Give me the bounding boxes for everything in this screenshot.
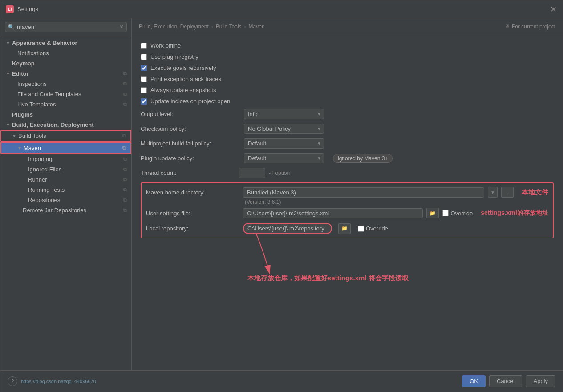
update-indices-label: Update indices on project open	[150, 98, 230, 105]
copy-icon: ⧉	[123, 187, 127, 193]
search-box: 🔍 ✕	[0, 18, 131, 36]
sidebar-item-importing[interactable]: Importing ⧉	[0, 154, 131, 164]
local-repo-browse-button[interactable]: 📁	[338, 223, 351, 234]
title-bar: IJ Settings ✕	[0, 0, 563, 18]
checksum-policy-select[interactable]: No Global Policy Warn Fail Ignore	[244, 124, 324, 134]
multiproject-fail-row: Multiproject build fail policy: Default …	[141, 138, 554, 149]
sidebar-item-build-tools[interactable]: ▼ Build Tools ⧉	[0, 130, 131, 142]
sidebar-item-label: Importing	[28, 156, 52, 162]
url-label: https://blog.csdn.net/qq_44096670	[21, 379, 96, 384]
sidebar-item-appearance[interactable]: ▼ Appearance & Behavior	[0, 38, 131, 48]
maven-home-section: Maven home directory: ▼ … 本地文件 (Version:…	[146, 187, 548, 205]
breadcrumb-part-1: Build, Execution, Deployment	[139, 24, 209, 30]
copy-icon: ⧉	[123, 101, 127, 107]
execute-goals-recursively-checkbox[interactable]	[141, 65, 147, 71]
user-settings-override-label: Override	[450, 210, 473, 217]
checksum-policy-select-wrap: No Global Policy Warn Fail Ignore ▼	[244, 124, 324, 134]
sidebar-item-label: Editor	[12, 70, 29, 77]
thread-count-input[interactable]	[239, 168, 265, 178]
settings-form: Work offline Use plugin registry Execute…	[132, 35, 563, 370]
app-icon: IJ	[6, 5, 14, 13]
arrow-svg	[230, 230, 319, 283]
project-label: 🖥 For current project	[505, 24, 555, 30]
execute-goals-recursively-label: Execute goals recursively	[150, 65, 216, 71]
sidebar-item-notifications[interactable]: Notifications	[0, 48, 131, 58]
maven-home-input[interactable]	[243, 187, 484, 198]
sidebar-item-live-templates[interactable]: Live Templates ⧉	[0, 99, 131, 109]
output-level-select[interactable]: Info Debug Quiet	[244, 109, 324, 119]
sidebar: 🔍 ✕ ▼ Appearance & Behavior Notification…	[0, 18, 132, 370]
sidebar-item-label: Repositories	[28, 197, 60, 203]
sidebar-item-label: Running Tests	[28, 186, 65, 193]
multiproject-fail-select[interactable]: Default Fail at end Never fail	[244, 138, 324, 149]
local-repo-override-label: Override	[366, 225, 388, 232]
project-icon: 🖥	[505, 24, 510, 30]
sidebar-item-remote-jar-repos[interactable]: Remote Jar Repositories ⧉	[0, 205, 131, 215]
plugin-update-policy-label: Plugin update policy:	[141, 155, 239, 162]
help-button[interactable]: ?	[8, 376, 17, 386]
annotation-area: 本地存放仓库，如果配置好settings.xml 将会字段读取	[141, 243, 554, 318]
sidebar-item-ignored-files[interactable]: Ignored Files ⧉	[0, 164, 131, 174]
sidebar-item-build-exec-deploy[interactable]: ▼ Build, Execution, Deployment	[0, 120, 131, 130]
always-update-snapshots-row: Always update snapshots	[141, 87, 554, 93]
copy-icon: ⧉	[123, 166, 127, 172]
sidebar-item-label: Live Templates	[17, 101, 56, 108]
apply-button[interactable]: Apply	[526, 375, 555, 387]
checksum-policy-row: Checksum policy: No Global Policy Warn F…	[141, 124, 554, 134]
thread-count-label: Thread count:	[141, 170, 239, 176]
user-settings-annotation: settings.xml的存放地址	[481, 209, 548, 217]
arrow-icon: ▼	[6, 40, 10, 45]
execute-goals-recursively-row: Execute goals recursively	[141, 65, 554, 71]
local-repo-override-checkbox[interactable]	[358, 226, 364, 232]
sidebar-item-repositories[interactable]: Repositories ⧉	[0, 195, 131, 205]
always-update-snapshots-checkbox[interactable]	[141, 87, 147, 93]
maven-home-browse-button[interactable]: …	[501, 187, 514, 198]
user-settings-row: User settings file: 📁 Override settings.…	[146, 208, 548, 218]
sidebar-item-label: Build, Execution, Deployment	[12, 121, 93, 128]
sidebar-tree: ▼ Appearance & Behavior Notifications Ke…	[0, 36, 131, 370]
search-input[interactable]	[17, 24, 119, 30]
sidebar-item-label: Ignored Files	[28, 166, 61, 173]
clear-icon[interactable]: ✕	[119, 24, 124, 30]
sidebar-item-label: Build Tools	[18, 133, 46, 139]
update-indices-checkbox[interactable]	[141, 98, 147, 105]
sidebar-item-runner[interactable]: Runner ⧉	[0, 174, 131, 185]
sidebar-item-label: Runner	[28, 176, 47, 183]
user-settings-browse-button[interactable]: 📁	[426, 208, 439, 218]
cancel-button[interactable]: Cancel	[489, 375, 522, 387]
sidebar-item-label: Inspections	[17, 81, 47, 87]
output-level-label: Output level:	[141, 111, 239, 117]
breadcrumb: Build, Execution, Deployment › Build Too…	[132, 18, 563, 35]
use-plugin-registry-checkbox[interactable]	[141, 54, 147, 60]
work-offline-row: Work offline	[141, 42, 554, 49]
local-repo-row: Local repository: 📁 Override	[146, 223, 548, 234]
output-level-select-wrap: Info Debug Quiet ▼	[244, 109, 324, 119]
sidebar-item-running-tests[interactable]: Running Tests ⧉	[0, 185, 131, 195]
sidebar-item-inspections[interactable]: Inspections ⧉	[0, 79, 131, 89]
maven-home-annotation: 本地文件	[522, 188, 548, 197]
use-plugin-registry-label: Use plugin registry	[150, 53, 198, 60]
local-repo-label: Local repository:	[146, 225, 239, 232]
output-level-row: Output level: Info Debug Quiet ▼	[141, 109, 554, 119]
plugin-update-policy-select[interactable]: Default Never Always	[244, 153, 324, 163]
maven-home-dropdown[interactable]: ▼	[488, 187, 498, 198]
thread-count-suffix: -T option	[269, 170, 290, 176]
user-settings-input[interactable]	[243, 208, 423, 218]
update-indices-row: Update indices on project open	[141, 98, 554, 105]
work-offline-checkbox[interactable]	[141, 43, 147, 49]
sidebar-item-editor[interactable]: ▼ Editor ⧉	[0, 69, 131, 79]
sidebar-item-plugins[interactable]: Plugins	[0, 109, 131, 120]
ok-button[interactable]: OK	[462, 375, 486, 387]
print-exception-checkbox[interactable]	[141, 76, 147, 82]
window-title: Settings	[17, 6, 550, 12]
sidebar-item-maven[interactable]: ▼ Maven ⧉	[0, 142, 131, 154]
work-offline-label: Work offline	[150, 42, 181, 49]
copy-icon: ⧉	[123, 71, 127, 77]
sidebar-item-keymap[interactable]: Keymap	[0, 58, 131, 69]
sidebar-item-file-code-templates[interactable]: File and Code Templates ⧉	[0, 89, 131, 99]
user-settings-override-checkbox[interactable]	[442, 210, 449, 216]
close-button[interactable]: ✕	[550, 6, 557, 13]
copy-icon: ⧉	[123, 81, 127, 87]
copy-icon: ⧉	[123, 91, 127, 97]
copy-icon: ⧉	[123, 207, 127, 213]
